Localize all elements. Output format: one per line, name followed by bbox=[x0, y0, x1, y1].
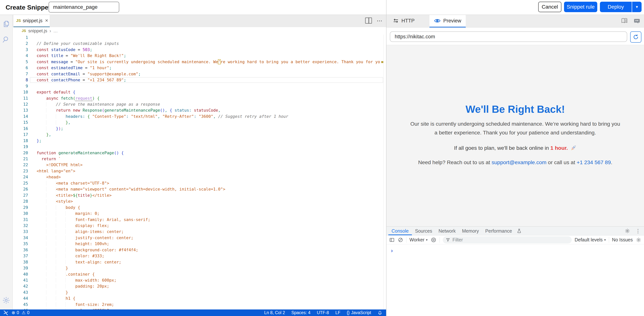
snippet-rule-button[interactable]: Snippet rule bbox=[564, 2, 597, 12]
code-line-13[interactable]: return new Response(generateMaintenanceP… bbox=[37, 107, 220, 113]
live-expression-eye-icon[interactable] bbox=[430, 237, 436, 242]
console-sidebar-toggle-icon[interactable] bbox=[389, 237, 395, 243]
code-line-37[interactable]: color: #333; bbox=[37, 253, 104, 259]
cursor-position[interactable]: Ln 8, Col 2 bbox=[264, 310, 285, 315]
console-prompt[interactable]: › bbox=[391, 248, 393, 253]
code-line-38[interactable]: text-align: center; bbox=[37, 259, 121, 265]
console-filter[interactable] bbox=[443, 236, 572, 243]
code-line-10[interactable]: export default { bbox=[37, 89, 75, 95]
devtools-tab-sources[interactable]: Sources bbox=[412, 227, 436, 235]
cancel-button[interactable]: Cancel bbox=[538, 2, 562, 12]
kebab-menu-icon[interactable]: ⋮ bbox=[636, 228, 641, 234]
code-line-34[interactable]: justify-content: center; bbox=[37, 235, 134, 241]
code-line-7[interactable]: const contactEmail = "support@example.co… bbox=[37, 71, 141, 77]
discord-icon[interactable] bbox=[634, 18, 640, 24]
code-line-25[interactable]: <meta charset="UTF-8"> bbox=[37, 180, 109, 186]
code-line-16[interactable]: }); bbox=[37, 126, 63, 132]
code-line-29[interactable]: body { bbox=[37, 205, 80, 211]
code-line-42[interactable]: padding: 20px; bbox=[37, 283, 109, 289]
code-line-31[interactable]: font-family: Arial, sans-serif; bbox=[37, 217, 150, 223]
code-editor[interactable]: 1234567891011121314151617181920212223242… bbox=[12, 35, 384, 309]
code-line-30[interactable]: margin: 0; bbox=[37, 211, 100, 216]
encoding-status[interactable]: UTF-8 bbox=[317, 310, 329, 315]
console-settings-gear-icon[interactable] bbox=[636, 237, 642, 243]
code-line-21[interactable]: return ` bbox=[37, 156, 61, 162]
code-line-11[interactable]: async fetch(request) { bbox=[37, 95, 100, 101]
code-line-3[interactable]: const statusCode = 503; bbox=[37, 47, 92, 53]
code-line-12[interactable]: // Serve the maintenance page as a respo… bbox=[37, 101, 160, 107]
deploy-button[interactable]: Deploy bbox=[600, 2, 632, 12]
snippet-name-input[interactable] bbox=[48, 2, 119, 13]
line-number: 41 bbox=[12, 277, 28, 283]
code-line-24[interactable]: <head> bbox=[37, 174, 61, 180]
code-line-23[interactable]: <html lang="en"> bbox=[37, 168, 75, 174]
errors-status[interactable]: ⊗ 0 bbox=[12, 310, 19, 315]
close-icon[interactable]: × bbox=[45, 18, 48, 24]
code-line-45[interactable]: font-size: 2rem; bbox=[37, 301, 114, 307]
worker-context-selector[interactable]: Worker ▾ bbox=[410, 237, 428, 242]
support-email-link[interactable]: support@example.com bbox=[492, 159, 546, 165]
code-line-44[interactable]: h1 { bbox=[37, 295, 75, 301]
code-line-20[interactable]: function generateMaintenancePage() { bbox=[37, 150, 124, 156]
files-icon[interactable] bbox=[2, 20, 10, 28]
devtools-settings-gear-icon[interactable] bbox=[624, 228, 630, 234]
devtools-tabbar: Console Sources Network Memory Performan… bbox=[386, 227, 644, 235]
chevron-down-icon: ▾ bbox=[604, 238, 606, 242]
remote-indicator-icon[interactable] bbox=[2, 310, 9, 316]
tab-snippet-js[interactable]: JS snippet.js × bbox=[14, 15, 50, 27]
code-line-39[interactable]: } bbox=[37, 265, 68, 271]
tab-preview[interactable]: Preview bbox=[430, 15, 466, 28]
code-line-4[interactable]: const title = "We'll Be Right Back!"; bbox=[37, 53, 126, 59]
code-line-33[interactable]: align-items: center; bbox=[37, 229, 124, 235]
clear-console-icon[interactable] bbox=[398, 237, 403, 243]
code-line-32[interactable]: display: flex; bbox=[37, 223, 109, 229]
error-icon: ⊗ bbox=[12, 310, 15, 315]
more-actions-icon[interactable]: ⋯ bbox=[377, 18, 383, 24]
overview-ruler-marker bbox=[381, 61, 383, 63]
split-editor-icon[interactable] bbox=[365, 18, 372, 24]
pane-divider[interactable] bbox=[386, 0, 386, 316]
code-line-2[interactable]: // Define your customizable inputs bbox=[37, 41, 119, 47]
code-line-22[interactable]: <!DOCTYPE html> bbox=[37, 162, 82, 168]
code-line-41[interactable]: max-width: 600px; bbox=[37, 277, 116, 283]
indentation-status[interactable]: Spaces: 4 bbox=[291, 310, 310, 315]
devtools-tab-network[interactable]: Network bbox=[435, 227, 459, 235]
devtools-tab-performance[interactable]: Performance bbox=[482, 227, 515, 235]
code-line-40[interactable]: .container { bbox=[37, 271, 95, 277]
docs-book-icon[interactable] bbox=[621, 18, 628, 24]
code-line-14[interactable]: headers: { "Content-Type": "text/html", … bbox=[37, 114, 288, 120]
code-line-27[interactable]: <title>${title}</title> bbox=[37, 192, 112, 198]
devtools-tab-memory[interactable]: Memory bbox=[459, 227, 482, 235]
code-line-36[interactable]: background-color: #f4f4f4; bbox=[37, 247, 138, 253]
breadcrumb-file[interactable]: snippet.js bbox=[28, 28, 47, 34]
code-line-43[interactable]: } bbox=[37, 289, 68, 295]
console-toolbar: Worker ▾ Default levels ▾ bbox=[386, 235, 644, 244]
issues-status[interactable]: No Issues bbox=[612, 237, 633, 242]
code-line-35[interactable]: height: 100vh; bbox=[37, 241, 109, 247]
code-line-5[interactable]: const message = "Our site is currently u… bbox=[37, 59, 380, 65]
phone-link[interactable]: +1 234 567 89 bbox=[577, 159, 611, 165]
log-levels-selector[interactable]: Default levels ▾ bbox=[575, 237, 606, 242]
code-line-26[interactable]: <meta name="viewport" content="width=dev… bbox=[37, 186, 226, 192]
notifications-bell-icon[interactable] bbox=[378, 310, 382, 315]
url-input[interactable] bbox=[390, 32, 627, 42]
code-line-18[interactable]: }; bbox=[37, 138, 42, 144]
devtools-tab-console[interactable]: Console bbox=[388, 227, 412, 235]
filter-input[interactable] bbox=[452, 237, 569, 243]
tab-http[interactable]: HTTP bbox=[388, 15, 419, 27]
deploy-dropdown-button[interactable]: ▾ bbox=[632, 2, 642, 12]
code-line-6[interactable]: const estimatedTime = "1 hour"; bbox=[37, 65, 112, 71]
code-line-8[interactable]: const contactPhone = "+1 234 567 89"; bbox=[37, 77, 126, 83]
refresh-button[interactable] bbox=[630, 32, 642, 43]
warnings-status[interactable]: ⚠ 0 bbox=[22, 310, 29, 315]
code-line-46[interactable]: color: #0056b3; bbox=[37, 307, 112, 309]
language-status[interactable]: {} JavaScript bbox=[347, 310, 371, 315]
eol-status[interactable]: LF bbox=[335, 310, 340, 315]
search-icon[interactable] bbox=[2, 35, 10, 44]
code-line-28[interactable]: <style> bbox=[37, 198, 73, 204]
code-line-15[interactable]: }, bbox=[37, 120, 70, 125]
settings-gear-icon[interactable] bbox=[2, 296, 10, 304]
breadcrumb-more[interactable]: … bbox=[53, 28, 58, 34]
console-output[interactable]: › bbox=[386, 244, 644, 316]
code-line-17[interactable]: }, bbox=[37, 132, 51, 138]
